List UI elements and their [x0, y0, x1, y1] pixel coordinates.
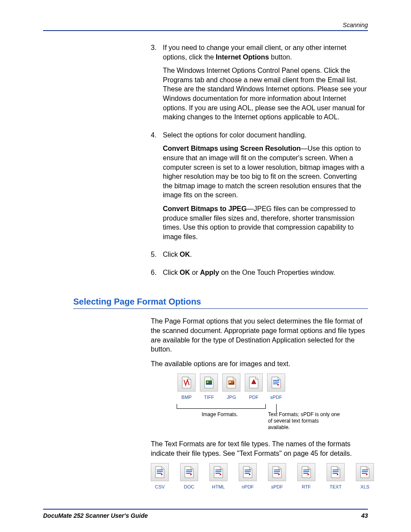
format-item-xls: XLS [356, 463, 374, 490]
svg-rect-6 [273, 383, 277, 384]
svg-rect-24 [303, 473, 308, 474]
file-format-icon [268, 463, 286, 481]
svg-rect-28 [362, 470, 368, 470]
file-format-icon [209, 463, 227, 481]
file-format-icon [222, 373, 240, 392]
caption-text-formats: Text Formats; sPDF is only one of severa… [263, 411, 341, 431]
file-format-icon [297, 463, 315, 481]
step-number: 5. [151, 250, 163, 264]
format-item-npdf: nPDF [239, 463, 257, 490]
file-format-icon [356, 463, 374, 481]
step-6: 6. Click OK or Apply on the One Touch Pr… [151, 268, 368, 282]
step-5: 5. Click OK. [151, 250, 368, 264]
svg-rect-13 [215, 470, 221, 470]
format-item-spdf: sPDF [266, 373, 286, 401]
format-item-pdf: PDF [244, 373, 264, 401]
image-format-strip: BMPTIFFJPGPDFsPDF [177, 373, 368, 401]
svg-rect-25 [333, 470, 339, 470]
format-item-html: HTML [209, 463, 227, 490]
step-list-block: 3. If you need to change your email clie… [151, 43, 368, 286]
format-label: nPDF [239, 484, 257, 490]
file-format-icon [180, 463, 198, 481]
footer-title: DocuMate 252 Scanner User's Guide [43, 512, 148, 519]
svg-rect-7 [157, 470, 163, 470]
section-intro: The Page Format options that you select … [151, 317, 368, 490]
text-format-strip: CSVDOCHTMLnPDFsPDFRTFTEXTXLS [151, 463, 368, 490]
format-label: sPDF [266, 394, 286, 401]
ordered-steps: 3. If you need to change your email clie… [151, 43, 368, 281]
step-3: 3. If you need to change your email clie… [151, 43, 368, 126]
intro-para-3: The Text Formats are for text file types… [151, 439, 368, 458]
svg-rect-26 [333, 471, 339, 472]
format-item-rtf: RTF [297, 463, 315, 490]
step-4-sub1: Convert Bitmaps using Screen Resolution—… [163, 144, 368, 200]
bracket-left [177, 404, 266, 409]
step-5-text: Click OK. [163, 250, 368, 259]
svg-rect-15 [215, 473, 220, 474]
step-6-text: Click OK or Apply on the One Touch Prope… [163, 268, 368, 277]
file-format-icon [267, 373, 285, 392]
svg-rect-8 [157, 471, 163, 472]
document-page: Scanning 3. If you need to change your e… [0, 0, 411, 532]
file-format-icon [245, 373, 263, 392]
step-4-line1: Select the options for color document ha… [163, 131, 368, 140]
file-format-icon [327, 463, 345, 481]
caption-row: Image Formats. Text Formats; sPDF is onl… [177, 411, 368, 431]
format-label: CSV [151, 484, 169, 490]
format-label: sPDF [268, 484, 286, 490]
format-item-csv: CSV [151, 463, 169, 490]
format-item-jpg: JPG [221, 373, 241, 401]
svg-rect-17 [245, 471, 251, 472]
page-footer: DocuMate 252 Scanner User's Guide 43 [43, 509, 368, 519]
format-label: XLS [356, 484, 374, 490]
header-section: Scanning [343, 22, 368, 28]
format-label: PDF [244, 394, 264, 401]
step-3-line1: If you need to change your email client,… [163, 43, 368, 62]
bracket-right [266, 404, 286, 408]
svg-rect-12 [186, 473, 190, 474]
svg-rect-20 [274, 471, 280, 472]
step-3-para2: The Windows Internet Options Control Pan… [163, 66, 368, 122]
svg-rect-16 [245, 470, 251, 470]
svg-rect-27 [333, 473, 337, 474]
format-item-tiff: TIFF [199, 373, 219, 401]
page-header: Scanning [43, 22, 368, 31]
step-number: 6. [151, 268, 163, 282]
svg-rect-22 [303, 470, 309, 470]
svg-rect-11 [186, 471, 192, 472]
format-item-doc: DOC [180, 463, 198, 490]
svg-rect-30 [362, 473, 366, 474]
file-format-icon [151, 463, 169, 481]
format-label: TEXT [327, 484, 345, 490]
format-label: TIFF [199, 394, 219, 401]
format-label: HTML [209, 484, 227, 490]
format-label: JPG [221, 394, 241, 401]
format-label: BMP [177, 394, 196, 401]
svg-rect-18 [245, 473, 249, 474]
svg-rect-9 [157, 473, 161, 474]
step-4: 4. Select the options for color document… [151, 131, 368, 246]
intro-para-2: The available options are for images and… [151, 359, 368, 369]
bracket-row [177, 404, 368, 409]
svg-rect-19 [274, 470, 280, 470]
footer-page-number: 43 [361, 512, 368, 519]
svg-rect-23 [303, 471, 309, 472]
svg-rect-14 [215, 471, 221, 472]
step-4-sub2: Convert Bitmaps to JPEG—JPEG files can b… [163, 204, 368, 241]
svg-rect-10 [186, 470, 192, 470]
format-item-bmp: BMP [177, 373, 196, 401]
format-item-text: TEXT [327, 463, 345, 490]
svg-rect-4 [273, 380, 279, 381]
section-heading: Selecting Page Format Options [73, 297, 368, 309]
intro-para-1: The Page Format options that you select … [151, 317, 368, 354]
caption-image-formats: Image Formats. [177, 411, 263, 431]
step-number: 4. [151, 131, 163, 246]
format-label: DOC [180, 484, 198, 490]
svg-rect-21 [274, 473, 278, 474]
format-item-spdf: sPDF [268, 463, 286, 490]
svg-rect-5 [273, 382, 279, 383]
step-number: 3. [151, 43, 163, 126]
file-format-icon [177, 373, 196, 392]
svg-rect-29 [362, 471, 368, 472]
file-format-icon [200, 373, 218, 392]
